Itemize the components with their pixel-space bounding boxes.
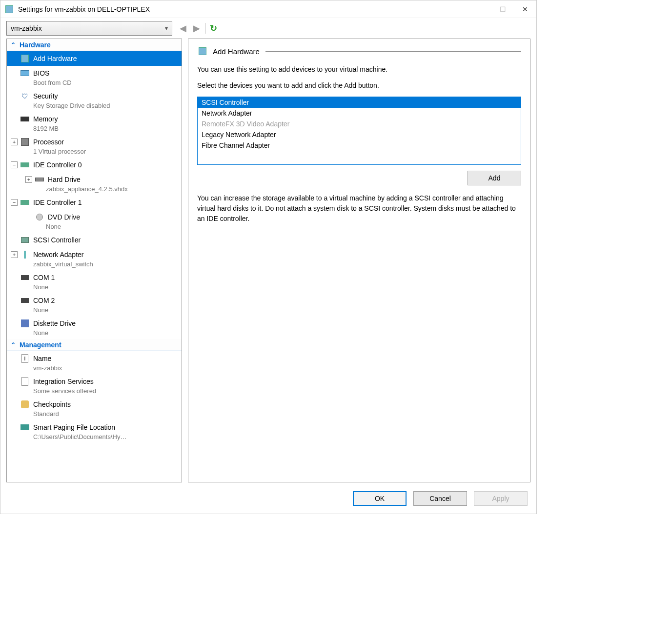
scsi-icon (20, 235, 30, 245)
sidebar-item-security[interactable]: 🛡 Security Key Storage Drive disabled (7, 89, 182, 112)
collapse-icon: ⌃ (11, 341, 16, 348)
vm-selector-dropdown[interactable]: vm-zabbix ▾ (6, 21, 172, 36)
integration-icon (20, 377, 30, 386)
sidebar-item-name[interactable]: I Name vm-zabbix (7, 351, 182, 374)
content-area: ⌃ Hardware Add Hardware BIOS (0, 39, 536, 485)
diskette-icon (20, 319, 30, 328)
collapse-icon[interactable]: − (11, 199, 18, 206)
sidebar-item-com2[interactable]: COM 2 None (7, 293, 182, 316)
window-title: Settings for vm-zabbix on DELL-OPTIPLEX (18, 5, 469, 13)
app-icon (4, 4, 14, 14)
main-panel: Add Hardware You can use this setting to… (188, 39, 530, 482)
sidebar-item-diskette[interactable]: Diskette Drive None (7, 316, 182, 339)
section-management[interactable]: ⌃ Management (7, 339, 182, 351)
panel-header: Add Hardware (197, 46, 521, 57)
checkpoint-icon (20, 399, 30, 409)
divider (205, 23, 206, 34)
sidebar-item-bios[interactable]: BIOS Boot from CD (7, 66, 182, 89)
device-option-scsi[interactable]: SCSI Controller (198, 97, 521, 108)
add-hardware-icon (20, 54, 30, 63)
sidebar-item-scsi[interactable]: SCSI Controller (7, 233, 182, 247)
sidebar-item-add-hardware[interactable]: Add Hardware (7, 51, 182, 66)
sidebar-item-memory[interactable]: Memory 8192 MB (7, 112, 182, 135)
device-option-remotefx[interactable]: RemoteFX 3D Video Adapter (198, 119, 521, 129)
sidebar-item-network[interactable]: + Network Adapter zabbix_virtual_switch (7, 247, 182, 270)
titlebar: Settings for vm-zabbix on DELL-OPTIPLEX … (0, 0, 536, 18)
collapse-icon: ⌃ (11, 41, 16, 48)
collapse-icon[interactable]: − (11, 161, 18, 168)
device-option-legacy-network[interactable]: Legacy Network Adapter (198, 129, 521, 140)
sidebar-item-hard-drive[interactable]: + Hard Drive zabbix_appliance_4.2.5.vhdx (7, 172, 182, 195)
maximize-button[interactable]: ☐ (491, 0, 514, 18)
nav-back-button[interactable]: ◀ (178, 23, 188, 34)
com-port-icon (20, 296, 30, 305)
ok-button[interactable]: OK (353, 491, 407, 506)
sidebar-item-integration[interactable]: Integration Services Some services offer… (7, 374, 182, 397)
add-button[interactable]: Add (468, 171, 521, 185)
expand-icon[interactable]: + (11, 251, 18, 258)
sidebar-item-ide0[interactable]: − IDE Controller 0 (7, 158, 182, 172)
dvd-icon (34, 212, 45, 222)
minimize-button[interactable]: ― (469, 0, 491, 18)
panel-help-text: You can increase the storage available t… (197, 193, 521, 224)
name-icon: I (20, 354, 30, 363)
sidebar-item-ide1[interactable]: − IDE Controller 1 (7, 195, 182, 210)
apply-button[interactable]: Apply (474, 491, 528, 506)
network-icon (20, 250, 30, 259)
smart-paging-icon (20, 422, 30, 432)
chip-icon (20, 137, 30, 147)
vm-selector-value: vm-zabbix (11, 24, 42, 32)
cancel-button[interactable]: Cancel (413, 491, 467, 506)
device-option-fibre[interactable]: Fibre Channel Adapter (198, 140, 521, 151)
sidebar-item-checkpoints[interactable]: Checkpoints Standard (7, 397, 182, 420)
window-controls: ― ☐ ✕ (469, 0, 536, 18)
controller-icon (20, 198, 30, 207)
expand-icon[interactable]: + (25, 176, 32, 183)
device-option-network[interactable]: Network Adapter (198, 108, 521, 119)
hard-drive-icon (34, 175, 45, 184)
refresh-button[interactable]: ↻ (210, 23, 217, 34)
com-port-icon (20, 273, 30, 282)
settings-window: Settings for vm-zabbix on DELL-OPTIPLEX … (0, 0, 537, 514)
memory-icon (20, 114, 30, 124)
expand-icon[interactable]: + (11, 139, 18, 145)
section-hardware[interactable]: ⌃ Hardware (7, 39, 182, 51)
chevron-down-icon: ▾ (165, 25, 168, 32)
panel-description-2: Select the devices you want to add and c… (197, 80, 521, 91)
close-button[interactable]: ✕ (514, 0, 536, 18)
sidebar-item-dvd[interactable]: DVD Drive None (7, 210, 182, 233)
dialog-footer: OK Cancel Apply (0, 485, 536, 514)
divider-line (265, 51, 521, 52)
shield-icon: 🛡 (20, 91, 30, 101)
monitor-icon (20, 68, 30, 78)
nav-forward-button[interactable]: ▶ (192, 23, 202, 34)
nav-arrows: ◀ ▶ ↻ (178, 23, 217, 34)
sidebar-item-com1[interactable]: COM 1 None (7, 270, 182, 293)
sidebar: ⌃ Hardware Add Hardware BIOS (6, 39, 182, 482)
panel-description-1: You can use this setting to add devices … (197, 64, 521, 75)
sidebar-item-processor[interactable]: + Processor 1 Virtual processor (7, 135, 182, 158)
panel-title: Add Hardware (213, 47, 260, 56)
sidebar-item-smart-paging[interactable]: Smart Paging File Location C:\Users\Publ… (7, 420, 182, 443)
device-listbox[interactable]: SCSI Controller Network Adapter RemoteFX… (197, 97, 521, 165)
add-hardware-icon (197, 46, 208, 57)
toolbar: vm-zabbix ▾ ◀ ▶ ↻ (0, 18, 536, 39)
controller-icon (20, 160, 30, 170)
